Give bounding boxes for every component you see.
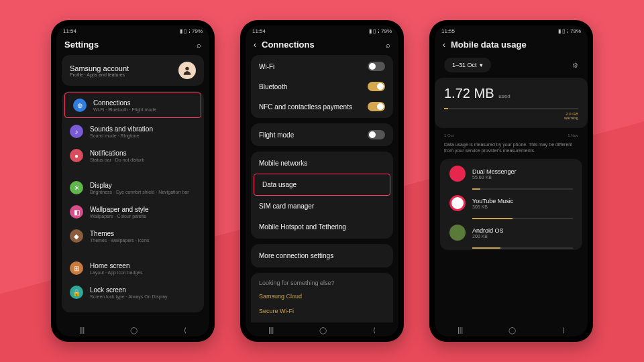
home-button[interactable]: ◯ bbox=[130, 326, 138, 334]
flight-mode-row[interactable]: Flight mode bbox=[251, 125, 393, 145]
toggle-row-wi-fi[interactable]: Wi-Fi bbox=[251, 56, 393, 76]
settings-row-wallpaper-and-style[interactable]: ◧ Wallpaper and styleWallpapers · Colour… bbox=[62, 200, 204, 224]
settings-row-sounds-and-vibration[interactable]: ♪ Sounds and vibrationSound mode · Ringt… bbox=[62, 119, 204, 143]
row-icon: ⊞ bbox=[70, 261, 83, 275]
back-button[interactable]: ⟨ bbox=[184, 326, 186, 334]
phone-connections: 11:54 ▮ ▯ ⫶ 79% ‹ Connections ⌕ Wi-Fi Bl… bbox=[240, 20, 404, 342]
search-icon[interactable]: ⌕ bbox=[197, 41, 201, 49]
avatar-icon[interactable] bbox=[178, 62, 196, 79]
disclaimer-text: Data usage is measured by your phone. Th… bbox=[435, 141, 588, 159]
row-icon: ◆ bbox=[70, 229, 83, 243]
status-time: 11:54 bbox=[252, 28, 266, 34]
toggle-switch[interactable] bbox=[368, 102, 385, 111]
settings-row-notifications[interactable]: ● NotificationsStatus bar · Do not distu… bbox=[62, 143, 204, 168]
looking-title: Looking for something else? bbox=[251, 274, 393, 289]
phone-data-usage: 11:55 ▮ ▯ ⫶ 79% ‹ Mobile data usage 1–31… bbox=[429, 20, 593, 342]
status-bar: 11:55 ▮ ▯ ⫶ 79% bbox=[435, 25, 588, 36]
link-data-usage[interactable]: Data usage bbox=[254, 174, 390, 196]
nav-bar: ||| ◯ ⟨ bbox=[56, 322, 209, 337]
more-connection-settings[interactable]: More connection settings bbox=[251, 245, 393, 266]
recents-button[interactable]: ||| bbox=[458, 326, 463, 334]
back-button[interactable]: ⟨ bbox=[373, 326, 376, 334]
page-title: Settings bbox=[64, 40, 191, 50]
settings-row-display[interactable]: ☀ DisplayBrightness · Eye comfort shield… bbox=[62, 176, 204, 200]
page-title: Connections bbox=[262, 40, 380, 50]
status-time: 11:54 bbox=[63, 28, 76, 34]
nav-bar: ||| ◯ ⟨ bbox=[246, 322, 398, 337]
gear-icon[interactable]: ⚙ bbox=[572, 62, 578, 69]
toggle-row-bluetooth[interactable]: Bluetooth bbox=[251, 76, 393, 97]
row-icon: ● bbox=[70, 149, 83, 162]
toggle-switch[interactable] bbox=[368, 62, 385, 71]
settings-row-home-screen[interactable]: ⊞ Home screenLayout · App icon badges bbox=[62, 256, 204, 280]
settings-row-themes[interactable]: ◆ ThemesThemes · Wallpapers · Icons bbox=[62, 224, 204, 248]
toggle-row-nfc-and-contactless-payments[interactable]: NFC and contactless payments bbox=[251, 97, 393, 117]
settings-row-connections[interactable]: ⊚ ConnectionsWi-Fi · Bluetooth · Flight … bbox=[64, 93, 201, 118]
usage-amount: 1.72 MB bbox=[444, 86, 494, 101]
app-icon bbox=[449, 225, 466, 241]
app-usage-bar bbox=[472, 247, 573, 249]
back-button[interactable]: ⟨ bbox=[562, 326, 565, 334]
status-bar: 11:54 ▮ ▯ ⫶ 79% bbox=[246, 25, 398, 36]
recents-button[interactable]: ||| bbox=[79, 326, 85, 334]
status-time: 11:55 bbox=[441, 28, 455, 34]
home-button[interactable]: ◯ bbox=[319, 326, 327, 334]
row-icon: 🔒 bbox=[70, 286, 83, 299]
app-usage-row[interactable]: YouTube Music305 KB bbox=[440, 190, 582, 217]
date-axis: 1 Oct 1 Nov bbox=[444, 133, 578, 137]
suggestion-link[interactable]: Secure Wi-Fi bbox=[251, 304, 393, 318]
nav-bar: ||| ◯ ⟨ bbox=[435, 322, 588, 337]
account-sub: Profile · Apps and features bbox=[70, 72, 172, 77]
samsung-account-row[interactable]: Samsung account Profile · Apps and featu… bbox=[62, 55, 204, 86]
home-button[interactable]: ◯ bbox=[508, 326, 516, 334]
page-title: Mobile data usage bbox=[451, 40, 580, 50]
phone-settings: 11:54 ▮ ▯ ⫶ 79% Settings ⌕ Samsung accou… bbox=[51, 20, 215, 342]
suggestion-link[interactable]: Samsung Cloud bbox=[251, 289, 393, 304]
app-usage-row[interactable]: Dual Messenger55.60 KB bbox=[440, 160, 582, 187]
usage-bar bbox=[444, 108, 578, 109]
chevron-down-icon: ▾ bbox=[480, 62, 483, 68]
search-icon[interactable]: ⌕ bbox=[386, 41, 390, 49]
date-range-selector[interactable]: 1–31 Oct▾ bbox=[444, 58, 491, 72]
row-icon: ◧ bbox=[70, 205, 83, 219]
recents-button[interactable]: ||| bbox=[268, 326, 274, 334]
settings-row-lock-screen[interactable]: 🔒 Lock screenScreen lock type · Always O… bbox=[62, 280, 204, 304]
row-icon: ⊚ bbox=[73, 99, 87, 112]
link-mobile-networks[interactable]: Mobile networks bbox=[251, 153, 393, 174]
link-sim-card-manager[interactable]: SIM card manager bbox=[251, 196, 393, 217]
back-icon[interactable]: ‹ bbox=[254, 40, 256, 50]
toggle-switch[interactable] bbox=[368, 82, 385, 91]
svg-point-0 bbox=[185, 67, 189, 70]
usage-summary: 1.72 MB used 2.0 GB warning bbox=[435, 78, 588, 128]
link-mobile-hotspot-and-tethering[interactable]: Mobile Hotspot and Tethering bbox=[251, 217, 393, 237]
usage-warning: 2.0 GB warning bbox=[444, 112, 578, 120]
app-icon bbox=[449, 166, 466, 182]
app-usage-row[interactable]: Android OS200 KB bbox=[440, 219, 582, 246]
row-icon: ♪ bbox=[70, 125, 83, 138]
app-icon bbox=[449, 195, 466, 211]
status-bar: 11:54 ▮ ▯ ⫶ 79% bbox=[56, 25, 209, 36]
flight-mode-toggle[interactable] bbox=[368, 130, 385, 139]
back-icon[interactable]: ‹ bbox=[443, 40, 445, 50]
row-icon: ☀ bbox=[70, 181, 83, 194]
account-name: Samsung account bbox=[70, 64, 172, 72]
